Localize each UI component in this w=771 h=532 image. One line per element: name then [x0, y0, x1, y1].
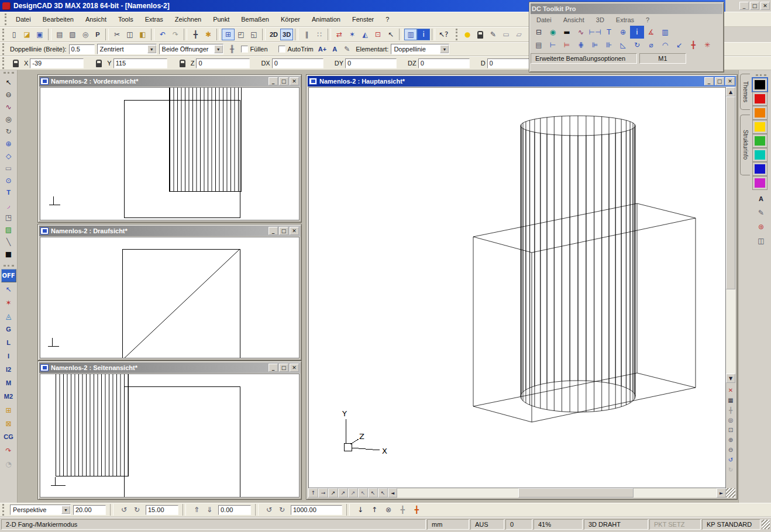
minimize-button[interactable]: _ [269, 77, 278, 85]
layer-box-diagonal-icon[interactable]: ▱ [512, 29, 525, 40]
menu-item-koerper[interactable]: Körper [275, 13, 306, 26]
menu-item-extras[interactable]: Extras [139, 13, 169, 26]
paste-button[interactable]: ◧ [136, 29, 149, 40]
tk-dim-horizontal-button[interactable]: ⊢ [546, 39, 560, 51]
tk-dim-chain-button[interactable]: ⊪ [602, 39, 616, 51]
minimize-button[interactable]: _ [269, 364, 278, 372]
fillet-tool[interactable]: ◞ [1, 199, 16, 211]
chevron-down-icon[interactable]: ▼ [214, 45, 223, 53]
pen-settings-button[interactable]: ✎ [340, 43, 353, 55]
color-swatch-red[interactable] [753, 92, 767, 105]
group-tool[interactable]: ◳ [1, 211, 16, 223]
redo-button[interactable]: ↷ [169, 29, 182, 40]
status-zoom[interactable]: 41% [533, 519, 583, 530]
mode-2d-button[interactable]: 2D [267, 29, 280, 40]
tk-menu-ansicht[interactable]: Ansicht [557, 13, 590, 26]
maximize-button[interactable]: □ [279, 364, 288, 372]
vertical-scrollbar[interactable]: ▲ ▼ [726, 87, 735, 383]
hauptansicht-canvas[interactable]: Y Z X [308, 87, 726, 488]
midpoint-snap-tool[interactable]: M [1, 376, 16, 390]
layer-pen-icon[interactable]: ✎ [487, 29, 500, 40]
double-line-icon[interactable]: ╫ [226, 43, 239, 55]
point-relative-button[interactable]: ✱ [202, 29, 215, 40]
hauptansicht-titlebar[interactable]: Namenlos-2 : Hauptansicht* _□✕ [308, 76, 736, 87]
midpoint2-snap-tool[interactable]: M2 [1, 390, 16, 403]
close-button[interactable]: ✕ [290, 364, 299, 372]
window-stack-button[interactable]: ◱ [247, 29, 260, 40]
gravity-snap-tool[interactable]: G [1, 323, 16, 336]
x-lock-icon[interactable] [9, 57, 22, 69]
cascade-windows-button[interactable]: ◰ [235, 29, 247, 40]
fill-checkbox[interactable] [241, 46, 248, 53]
tk-nut-button[interactable]: ◉ [546, 26, 560, 39]
magic-wand-tool[interactable]: ✶ [1, 296, 16, 309]
tk-menu-datei[interactable]: Datei [531, 13, 557, 26]
status-units[interactable]: mm [427, 519, 469, 530]
hatch-style-button[interactable]: ✎ [754, 206, 768, 220]
status-kp-standard[interactable]: KP STANDARD [702, 519, 760, 530]
close-button[interactable]: ✕ [290, 77, 299, 85]
line-snap-tool[interactable]: L [1, 336, 16, 350]
tk-polyline-button[interactable]: ∿ [574, 26, 588, 39]
z-input[interactable] [196, 58, 250, 68]
nav-right-button[interactable]: → [318, 488, 328, 498]
copy-button[interactable]: ◫ [123, 29, 136, 40]
view-mode-combo[interactable]: Perspektive▼ [10, 505, 71, 515]
set-viewer-point-button[interactable]: ╋ [410, 504, 423, 516]
camera-down-button[interactable]: ⇓ [203, 504, 216, 516]
grid-toggle-button[interactable]: ▦ [726, 395, 735, 405]
tk-dim-diameter-button[interactable]: ⌀ [644, 39, 658, 51]
tk-thick-line-button[interactable]: ▬ [560, 26, 574, 39]
dz-input[interactable] [418, 58, 470, 68]
zoom-window-button[interactable]: ⊡ [726, 425, 735, 435]
tk-dim-multi-button[interactable]: ⋕ [574, 39, 588, 51]
camera-roll-right-button[interactable]: ↻ [276, 504, 288, 516]
select-point-button[interactable]: ↖ [384, 29, 397, 40]
doppellinie-width-input[interactable] [69, 44, 95, 54]
draufsicht-titlebar[interactable]: Namenlos-2 : Draufsicht* _□✕ [39, 226, 300, 236]
draw-point-button[interactable]: ✶ [346, 29, 359, 40]
text-style-button[interactable]: A [754, 192, 768, 206]
mode-3d-button[interactable]: 3D [280, 29, 293, 40]
dial-tool[interactable]: ◔ [1, 457, 16, 471]
pan-button[interactable]: ╋ [726, 405, 735, 415]
minimize-button[interactable]: _ [739, 2, 749, 10]
tile-windows-button[interactable]: ⊞ [222, 29, 235, 40]
parallel-button[interactable]: ∥ [300, 29, 313, 40]
snap-off-button[interactable]: OFF [1, 269, 16, 282]
seitenansicht-titlebar[interactable]: Namenlos-2 : Seitenansicht* _□✕ [39, 362, 300, 373]
move-button[interactable]: ╋ [189, 29, 202, 40]
tk-dimension-button[interactable]: ⊢⊣ [588, 26, 602, 39]
close-button[interactable]: ✕ [760, 2, 770, 10]
nav-nw3-button[interactable]: ↖ [378, 488, 388, 498]
menu-item-bemassen[interactable]: Bemaßen [235, 13, 275, 26]
resize-grip[interactable] [726, 488, 735, 498]
vorderansicht-titlebar[interactable]: Namenlos-2 : Vorderansicht* _□✕ [39, 76, 300, 87]
status-pkt-setz[interactable]: PKT SETZ [649, 519, 701, 530]
layer-visibility-bulb-icon[interactable]: ● [461, 29, 474, 40]
zoom-tool[interactable]: ⊖ [1, 88, 16, 101]
menu-item-zeichnen[interactable]: Zeichnen [169, 13, 207, 26]
text-tool[interactable]: T [1, 186, 16, 199]
nav-nw2-button[interactable]: ↖ [368, 488, 378, 498]
rotate-tool[interactable]: ↻ [1, 125, 16, 137]
color-swatch-magenta[interactable] [753, 177, 767, 189]
x-input[interactable] [30, 58, 84, 68]
hatch-tool[interactable]: ▨ [1, 223, 16, 236]
menu-item-hilfe[interactable]: ? [380, 13, 395, 26]
scroll-down-button[interactable]: ▼ [726, 374, 735, 383]
tk-menu-hilfe[interactable]: ? [640, 13, 655, 26]
tk-properties-button[interactable]: ▤ [532, 39, 546, 51]
menu-item-datei[interactable]: Datei [10, 13, 37, 26]
tk-center-point-button[interactable]: ⊕ [616, 26, 630, 39]
color-swatch-orange[interactable] [753, 106, 767, 119]
chevron-down-icon[interactable]: ▼ [147, 45, 156, 53]
select-tool[interactable]: ↖ [1, 76, 16, 88]
status-count[interactable]: 0 [505, 519, 532, 530]
maximize-button[interactable]: □ [750, 2, 759, 10]
camera-pan-right-button[interactable]: ↻ [130, 504, 143, 516]
save-button[interactable]: ▣ [33, 29, 46, 40]
camera-up-button[interactable]: ⇑ [190, 504, 203, 516]
view-angle2-input[interactable] [146, 505, 178, 515]
seitenansicht-canvas[interactable] [40, 374, 300, 498]
